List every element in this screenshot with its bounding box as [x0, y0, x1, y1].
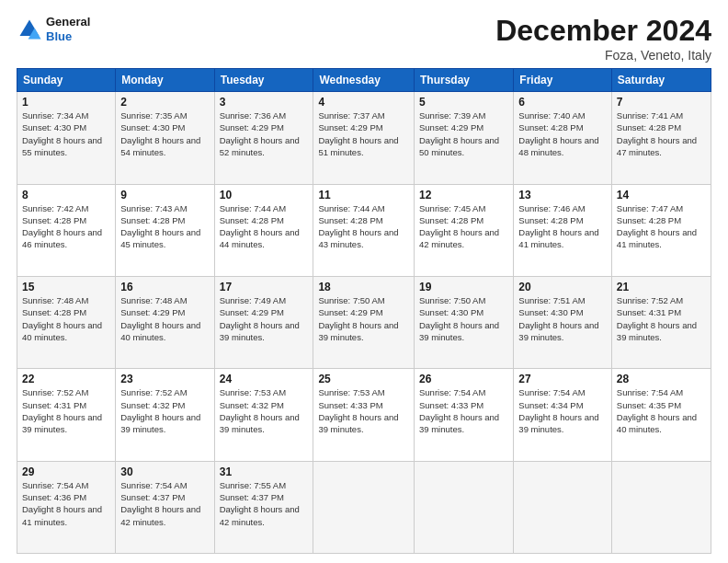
day-info: Sunrise: 7:42 AMSunset: 4:28 PMDaylight …	[22, 202, 110, 251]
day-cell	[415, 461, 514, 553]
header-row: Sunday Monday Tuesday Wednesday Thursday…	[17, 69, 711, 92]
day-number: 6	[518, 96, 607, 109]
day-info: Sunrise: 7:48 AMSunset: 4:29 PMDaylight …	[120, 294, 209, 343]
day-cell: 24Sunrise: 7:53 AMSunset: 4:32 PMDayligh…	[214, 369, 313, 461]
day-number: 10	[220, 189, 309, 201]
col-sunday: Sunday	[17, 69, 116, 92]
day-info: Sunrise: 7:46 AMSunset: 4:28 PMDaylight …	[518, 202, 607, 251]
day-info: Sunrise: 7:49 AMSunset: 4:29 PMDaylight …	[220, 294, 309, 343]
day-cell	[611, 461, 711, 553]
day-number: 13	[518, 189, 607, 201]
day-cell: 27Sunrise: 7:54 AMSunset: 4:34 PMDayligh…	[514, 369, 612, 461]
col-tuesday: Tuesday	[214, 69, 313, 92]
day-info: Sunrise: 7:41 AMSunset: 4:28 PMDaylight …	[617, 109, 706, 158]
day-info: Sunrise: 7:54 AMSunset: 4:35 PMDaylight …	[617, 386, 706, 435]
day-number: 19	[419, 281, 508, 293]
day-cell: 11Sunrise: 7:44 AMSunset: 4:28 PMDayligh…	[313, 184, 415, 276]
week-row-3: 15Sunrise: 7:48 AMSunset: 4:28 PMDayligh…	[17, 276, 711, 368]
day-number: 4	[318, 96, 409, 109]
page: General Blue December 2024 Foza, Veneto,…	[0, 0, 728, 563]
day-cell: 26Sunrise: 7:54 AMSunset: 4:33 PMDayligh…	[415, 369, 514, 461]
col-wednesday: Wednesday	[313, 69, 415, 92]
day-number: 18	[318, 281, 409, 293]
col-saturday: Saturday	[611, 69, 711, 92]
day-number: 8	[22, 189, 110, 201]
day-number: 5	[419, 96, 508, 109]
day-info: Sunrise: 7:36 AMSunset: 4:29 PMDaylight …	[220, 109, 309, 158]
day-number: 2	[120, 96, 209, 109]
day-cell: 17Sunrise: 7:49 AMSunset: 4:29 PMDayligh…	[214, 276, 313, 368]
day-number: 16	[120, 281, 209, 293]
day-number: 17	[220, 281, 309, 293]
day-info: Sunrise: 7:39 AMSunset: 4:29 PMDaylight …	[419, 109, 508, 158]
day-number: 28	[617, 373, 706, 385]
day-info: Sunrise: 7:44 AMSunset: 4:28 PMDaylight …	[318, 202, 409, 251]
col-thursday: Thursday	[415, 69, 514, 92]
day-info: Sunrise: 7:47 AMSunset: 4:28 PMDaylight …	[617, 202, 706, 251]
col-friday: Friday	[514, 69, 612, 92]
day-cell: 2Sunrise: 7:35 AMSunset: 4:30 PMDaylight…	[116, 92, 214, 184]
day-cell: 30Sunrise: 7:54 AMSunset: 4:37 PMDayligh…	[116, 461, 214, 553]
day-number: 21	[617, 281, 706, 293]
week-row-1: 1Sunrise: 7:34 AMSunset: 4:30 PMDaylight…	[17, 92, 711, 184]
day-info: Sunrise: 7:44 AMSunset: 4:28 PMDaylight …	[220, 202, 309, 251]
day-cell: 12Sunrise: 7:45 AMSunset: 4:28 PMDayligh…	[415, 184, 514, 276]
day-info: Sunrise: 7:53 AMSunset: 4:33 PMDaylight …	[318, 386, 409, 435]
day-cell: 6Sunrise: 7:40 AMSunset: 4:28 PMDaylight…	[514, 92, 612, 184]
day-cell: 20Sunrise: 7:51 AMSunset: 4:30 PMDayligh…	[514, 276, 612, 368]
day-number: 26	[419, 373, 508, 385]
day-info: Sunrise: 7:48 AMSunset: 4:28 PMDaylight …	[22, 294, 110, 343]
day-cell: 18Sunrise: 7:50 AMSunset: 4:29 PMDayligh…	[313, 276, 415, 368]
day-cell: 8Sunrise: 7:42 AMSunset: 4:28 PMDaylight…	[17, 184, 116, 276]
day-cell: 23Sunrise: 7:52 AMSunset: 4:32 PMDayligh…	[116, 369, 214, 461]
day-cell: 16Sunrise: 7:48 AMSunset: 4:29 PMDayligh…	[116, 276, 214, 368]
day-cell: 3Sunrise: 7:36 AMSunset: 4:29 PMDaylight…	[214, 92, 313, 184]
day-number: 9	[120, 189, 209, 201]
day-cell: 22Sunrise: 7:52 AMSunset: 4:31 PMDayligh…	[17, 369, 116, 461]
week-row-4: 22Sunrise: 7:52 AMSunset: 4:31 PMDayligh…	[17, 369, 711, 461]
day-number: 3	[220, 96, 309, 109]
day-info: Sunrise: 7:54 AMSunset: 4:33 PMDaylight …	[419, 386, 508, 435]
day-info: Sunrise: 7:55 AMSunset: 4:37 PMDaylight …	[220, 479, 309, 528]
day-info: Sunrise: 7:51 AMSunset: 4:30 PMDaylight …	[518, 294, 607, 343]
day-number: 23	[120, 373, 209, 385]
title-area: December 2024 Foza, Veneto, Italy	[495, 15, 711, 63]
day-number: 27	[518, 373, 607, 385]
day-cell	[313, 461, 415, 553]
day-cell: 21Sunrise: 7:52 AMSunset: 4:31 PMDayligh…	[611, 276, 711, 368]
top-bar: General Blue December 2024 Foza, Veneto,…	[17, 15, 711, 63]
day-info: Sunrise: 7:45 AMSunset: 4:28 PMDaylight …	[419, 202, 508, 251]
day-cell: 1Sunrise: 7:34 AMSunset: 4:30 PMDaylight…	[17, 92, 116, 184]
day-info: Sunrise: 7:54 AMSunset: 4:36 PMDaylight …	[22, 479, 110, 528]
logo-general: General	[46, 15, 90, 29]
day-number: 25	[318, 373, 409, 385]
day-cell: 28Sunrise: 7:54 AMSunset: 4:35 PMDayligh…	[611, 369, 711, 461]
day-cell: 14Sunrise: 7:47 AMSunset: 4:28 PMDayligh…	[611, 184, 711, 276]
day-cell: 7Sunrise: 7:41 AMSunset: 4:28 PMDaylight…	[611, 92, 711, 184]
day-info: Sunrise: 7:35 AMSunset: 4:30 PMDaylight …	[120, 109, 209, 158]
day-cell: 31Sunrise: 7:55 AMSunset: 4:37 PMDayligh…	[214, 461, 313, 553]
day-cell: 25Sunrise: 7:53 AMSunset: 4:33 PMDayligh…	[313, 369, 415, 461]
day-info: Sunrise: 7:50 AMSunset: 4:30 PMDaylight …	[419, 294, 508, 343]
day-cell: 19Sunrise: 7:50 AMSunset: 4:30 PMDayligh…	[415, 276, 514, 368]
day-info: Sunrise: 7:54 AMSunset: 4:37 PMDaylight …	[120, 479, 209, 528]
day-number: 15	[22, 281, 110, 293]
day-number: 22	[22, 373, 110, 385]
logo-icon	[17, 17, 42, 42]
day-info: Sunrise: 7:40 AMSunset: 4:28 PMDaylight …	[518, 109, 607, 158]
day-info: Sunrise: 7:34 AMSunset: 4:30 PMDaylight …	[22, 109, 110, 158]
logo-area: General Blue	[17, 15, 90, 43]
day-info: Sunrise: 7:54 AMSunset: 4:34 PMDaylight …	[518, 386, 607, 435]
day-cell: 10Sunrise: 7:44 AMSunset: 4:28 PMDayligh…	[214, 184, 313, 276]
day-number: 20	[518, 281, 607, 293]
logo-blue: Blue	[46, 29, 90, 44]
day-info: Sunrise: 7:52 AMSunset: 4:31 PMDaylight …	[22, 386, 110, 435]
day-info: Sunrise: 7:50 AMSunset: 4:29 PMDaylight …	[318, 294, 409, 343]
day-cell: 4Sunrise: 7:37 AMSunset: 4:29 PMDaylight…	[313, 92, 415, 184]
location: Foza, Veneto, Italy	[495, 48, 711, 63]
day-number: 11	[318, 189, 409, 201]
day-number: 12	[419, 189, 508, 201]
day-cell: 29Sunrise: 7:54 AMSunset: 4:36 PMDayligh…	[17, 461, 116, 553]
day-cell: 5Sunrise: 7:39 AMSunset: 4:29 PMDaylight…	[415, 92, 514, 184]
week-row-2: 8Sunrise: 7:42 AMSunset: 4:28 PMDaylight…	[17, 184, 711, 276]
